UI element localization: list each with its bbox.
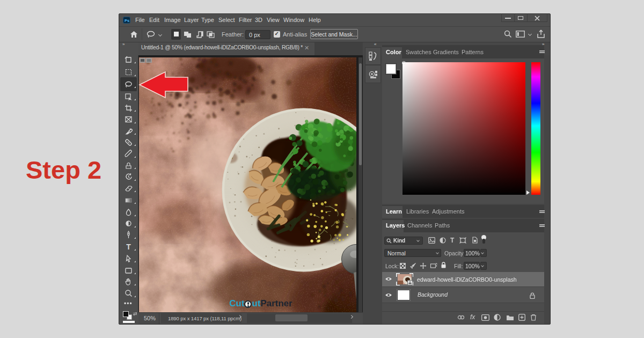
svg-text:T: T xyxy=(126,243,131,251)
